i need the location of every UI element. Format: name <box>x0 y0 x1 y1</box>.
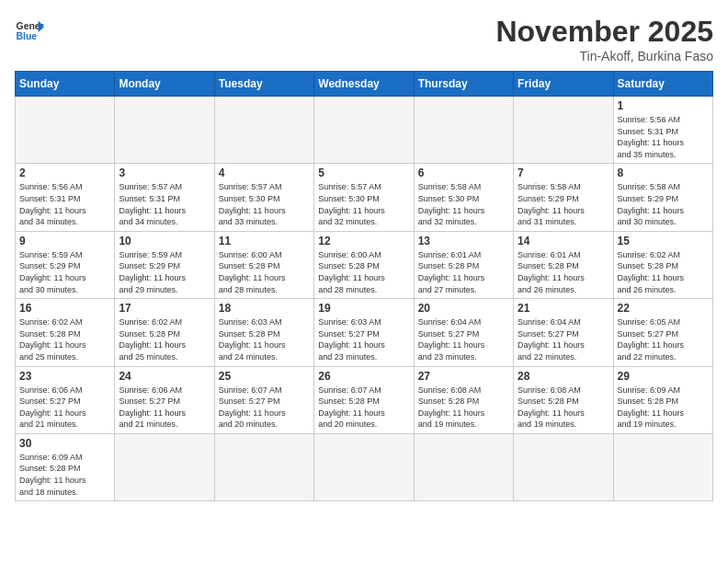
calendar-day-cell: 20Sunrise: 6:04 AM Sunset: 5:27 PM Dayli… <box>414 299 513 366</box>
day-number: 13 <box>418 235 509 247</box>
calendar-week-row: 2Sunrise: 5:56 AM Sunset: 5:31 PM Daylig… <box>16 164 713 231</box>
day-info: Sunrise: 6:06 AM Sunset: 5:27 PM Dayligh… <box>19 385 110 431</box>
day-number: 16 <box>19 302 110 315</box>
day-number: 24 <box>119 370 210 383</box>
day-number: 11 <box>219 235 310 247</box>
calendar-day-cell <box>115 97 214 164</box>
calendar-day-cell: 7Sunrise: 5:58 AM Sunset: 5:29 PM Daylig… <box>514 164 613 231</box>
calendar-day-cell: 3Sunrise: 5:57 AM Sunset: 5:31 PM Daylig… <box>115 164 214 231</box>
day-info: Sunrise: 6:08 AM Sunset: 5:28 PM Dayligh… <box>518 385 609 431</box>
calendar-day-cell: 11Sunrise: 6:00 AM Sunset: 5:28 PM Dayli… <box>214 231 313 298</box>
calendar-header-row: SundayMondayTuesdayWednesdayThursdayFrid… <box>16 72 713 97</box>
day-info: Sunrise: 6:03 AM Sunset: 5:27 PM Dayligh… <box>318 316 409 362</box>
day-number: 9 <box>19 235 110 247</box>
day-info: Sunrise: 6:07 AM Sunset: 5:28 PM Dayligh… <box>318 385 409 431</box>
day-number: 19 <box>318 302 409 315</box>
day-info: Sunrise: 6:04 AM Sunset: 5:27 PM Dayligh… <box>518 316 609 362</box>
day-info: Sunrise: 6:09 AM Sunset: 5:28 PM Dayligh… <box>19 452 110 498</box>
calendar-day-cell: 14Sunrise: 6:01 AM Sunset: 5:28 PM Dayli… <box>514 231 613 298</box>
day-info: Sunrise: 5:57 AM Sunset: 5:30 PM Dayligh… <box>219 181 310 227</box>
calendar-day-cell: 23Sunrise: 6:06 AM Sunset: 5:27 PM Dayli… <box>16 366 115 433</box>
calendar-day-cell <box>16 97 115 164</box>
day-number: 28 <box>518 370 609 383</box>
logo: General Blue <box>15 15 44 44</box>
calendar-day-cell <box>314 97 414 164</box>
day-info: Sunrise: 6:08 AM Sunset: 5:28 PM Dayligh… <box>418 385 509 431</box>
day-number: 12 <box>318 235 409 247</box>
day-info: Sunrise: 6:01 AM Sunset: 5:28 PM Dayligh… <box>518 249 609 295</box>
calendar-day-cell: 13Sunrise: 6:01 AM Sunset: 5:28 PM Dayli… <box>414 231 513 298</box>
day-info: Sunrise: 6:04 AM Sunset: 5:27 PM Dayligh… <box>418 316 509 362</box>
title-block: November 2025 Tin-Akoff, Burkina Faso <box>495 15 713 63</box>
day-of-week-header: Thursday <box>414 72 513 97</box>
calendar-day-cell: 21Sunrise: 6:04 AM Sunset: 5:27 PM Dayli… <box>514 299 613 366</box>
calendar-week-row: 23Sunrise: 6:06 AM Sunset: 5:27 PM Dayli… <box>16 366 713 433</box>
day-info: Sunrise: 5:58 AM Sunset: 5:30 PM Dayligh… <box>418 181 509 227</box>
calendar-day-cell <box>314 433 414 500</box>
day-number: 2 <box>19 167 110 179</box>
day-info: Sunrise: 5:59 AM Sunset: 5:29 PM Dayligh… <box>119 249 210 295</box>
day-info: Sunrise: 5:57 AM Sunset: 5:30 PM Dayligh… <box>318 181 409 227</box>
day-number: 30 <box>19 437 110 450</box>
calendar-day-cell <box>414 433 513 500</box>
calendar-day-cell <box>514 97 613 164</box>
day-number: 14 <box>518 235 609 247</box>
calendar-day-cell: 30Sunrise: 6:09 AM Sunset: 5:28 PM Dayli… <box>16 433 115 500</box>
location-title: Tin-Akoff, Burkina Faso <box>495 49 713 63</box>
calendar-day-cell: 28Sunrise: 6:08 AM Sunset: 5:28 PM Dayli… <box>514 366 613 433</box>
calendar-day-cell: 4Sunrise: 5:57 AM Sunset: 5:30 PM Daylig… <box>214 164 313 231</box>
day-number: 21 <box>518 302 609 315</box>
calendar-day-cell: 26Sunrise: 6:07 AM Sunset: 5:28 PM Dayli… <box>314 366 414 433</box>
day-info: Sunrise: 6:01 AM Sunset: 5:28 PM Dayligh… <box>418 249 509 295</box>
calendar-day-cell: 17Sunrise: 6:02 AM Sunset: 5:28 PM Dayli… <box>115 299 214 366</box>
day-info: Sunrise: 5:58 AM Sunset: 5:29 PM Dayligh… <box>518 181 609 227</box>
day-number: 17 <box>119 302 210 315</box>
calendar-day-cell: 9Sunrise: 5:59 AM Sunset: 5:29 PM Daylig… <box>16 231 115 298</box>
day-number: 4 <box>219 167 310 179</box>
day-info: Sunrise: 6:02 AM Sunset: 5:28 PM Dayligh… <box>618 249 709 295</box>
day-info: Sunrise: 6:06 AM Sunset: 5:27 PM Dayligh… <box>119 385 210 431</box>
calendar-day-cell: 2Sunrise: 5:56 AM Sunset: 5:31 PM Daylig… <box>16 164 115 231</box>
calendar-day-cell <box>613 433 712 500</box>
calendar-day-cell <box>115 433 214 500</box>
day-info: Sunrise: 6:03 AM Sunset: 5:28 PM Dayligh… <box>219 316 310 362</box>
day-number: 22 <box>618 302 709 315</box>
calendar-table: SundayMondayTuesdayWednesdayThursdayFrid… <box>15 71 713 501</box>
calendar-week-row: 9Sunrise: 5:59 AM Sunset: 5:29 PM Daylig… <box>16 231 713 298</box>
calendar-day-cell: 15Sunrise: 6:02 AM Sunset: 5:28 PM Dayli… <box>613 231 712 298</box>
day-number: 1 <box>618 99 709 112</box>
day-of-week-header: Monday <box>115 72 214 97</box>
calendar-day-cell: 18Sunrise: 6:03 AM Sunset: 5:28 PM Dayli… <box>214 299 313 366</box>
day-info: Sunrise: 6:09 AM Sunset: 5:28 PM Dayligh… <box>618 385 709 431</box>
day-info: Sunrise: 6:02 AM Sunset: 5:28 PM Dayligh… <box>119 316 210 362</box>
day-info: Sunrise: 6:07 AM Sunset: 5:27 PM Dayligh… <box>219 385 310 431</box>
calendar-day-cell: 12Sunrise: 6:00 AM Sunset: 5:28 PM Dayli… <box>314 231 414 298</box>
day-number: 10 <box>119 235 210 247</box>
day-number: 27 <box>418 370 509 383</box>
day-number: 5 <box>318 167 409 179</box>
calendar-day-cell: 19Sunrise: 6:03 AM Sunset: 5:27 PM Dayli… <box>314 299 414 366</box>
day-info: Sunrise: 5:56 AM Sunset: 5:31 PM Dayligh… <box>618 114 709 160</box>
day-info: Sunrise: 5:58 AM Sunset: 5:29 PM Dayligh… <box>618 181 709 227</box>
day-info: Sunrise: 6:02 AM Sunset: 5:28 PM Dayligh… <box>19 316 110 362</box>
svg-text:Blue: Blue <box>17 31 38 41</box>
calendar-day-cell: 5Sunrise: 5:57 AM Sunset: 5:30 PM Daylig… <box>314 164 414 231</box>
calendar-day-cell: 29Sunrise: 6:09 AM Sunset: 5:28 PM Dayli… <box>613 366 712 433</box>
day-of-week-header: Friday <box>514 72 613 97</box>
day-number: 23 <box>19 370 110 383</box>
month-title: November 2025 <box>495 15 713 49</box>
calendar-day-cell: 16Sunrise: 6:02 AM Sunset: 5:28 PM Dayli… <box>16 299 115 366</box>
day-number: 8 <box>618 167 709 179</box>
calendar-day-cell <box>414 97 513 164</box>
day-info: Sunrise: 5:59 AM Sunset: 5:29 PM Dayligh… <box>19 249 110 295</box>
day-info: Sunrise: 5:57 AM Sunset: 5:31 PM Dayligh… <box>119 181 210 227</box>
day-info: Sunrise: 6:00 AM Sunset: 5:28 PM Dayligh… <box>318 249 409 295</box>
calendar-day-cell <box>214 97 313 164</box>
day-number: 15 <box>618 235 709 247</box>
calendar-day-cell <box>514 433 613 500</box>
calendar-day-cell: 22Sunrise: 6:05 AM Sunset: 5:27 PM Dayli… <box>613 299 712 366</box>
calendar-week-row: 30Sunrise: 6:09 AM Sunset: 5:28 PM Dayli… <box>16 433 713 500</box>
calendar-week-row: 1Sunrise: 5:56 AM Sunset: 5:31 PM Daylig… <box>16 97 713 164</box>
calendar-day-cell: 27Sunrise: 6:08 AM Sunset: 5:28 PM Dayli… <box>414 366 513 433</box>
calendar-week-row: 16Sunrise: 6:02 AM Sunset: 5:28 PM Dayli… <box>16 299 713 366</box>
